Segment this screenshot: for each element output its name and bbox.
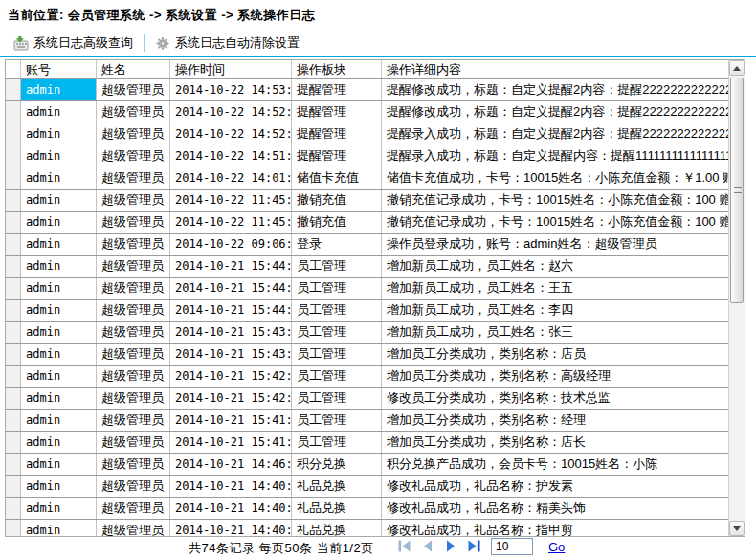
cell-time[interactable]: 2014-10-22 14:52:28 xyxy=(170,123,292,145)
row-selector-cell[interactable] xyxy=(6,212,21,233)
row-selector-cell[interactable] xyxy=(6,476,21,497)
cell-account[interactable]: admin xyxy=(21,366,97,387)
cell-module[interactable]: 员工管理 xyxy=(292,410,382,431)
cell-detail[interactable]: 修改礼品成功，礼品名称：精美头饰 xyxy=(382,498,728,519)
cell-account[interactable]: admin xyxy=(21,256,97,277)
cell-account[interactable]: admin xyxy=(21,278,97,299)
cell-time[interactable]: 2014-10-22 14:53:21 xyxy=(170,79,292,100)
cell-module[interactable]: 员工管理 xyxy=(292,366,382,387)
table-row[interactable]: admin超级管理员2014-10-22 14:52:56提醒管理提醒修改成功，… xyxy=(6,101,728,123)
cell-name[interactable]: 超级管理员 xyxy=(97,101,170,123)
cell-account[interactable]: admin xyxy=(21,476,97,497)
row-selector-cell[interactable] xyxy=(6,432,21,453)
cell-name[interactable]: 超级管理员 xyxy=(97,410,170,431)
cell-detail[interactable]: 修改礼品成功，礼品名称：护发素 xyxy=(382,476,728,497)
cell-module[interactable]: 撤销充值 xyxy=(292,212,382,233)
cell-account[interactable]: admin xyxy=(21,145,97,167)
cell-account[interactable]: admin xyxy=(21,234,97,255)
cell-name[interactable]: 超级管理员 xyxy=(97,344,170,365)
cell-time[interactable]: 2014-10-21 15:42:38 xyxy=(170,388,292,409)
row-selector-cell[interactable] xyxy=(6,278,21,299)
cell-time[interactable]: 2014-10-21 15:42:52 xyxy=(170,366,292,387)
cell-module[interactable]: 提醒管理 xyxy=(292,145,382,167)
cell-detail[interactable]: 提醒修改成功，标题：自定义提醒2内容：提醒2222222222222222... xyxy=(382,101,728,123)
table-row[interactable]: admin超级管理员2014-10-21 15:41:25员工管理增加员工分类成… xyxy=(6,432,728,454)
column-header-account[interactable]: 账号 xyxy=(21,60,97,78)
table-row[interactable]: admin超级管理员2014-10-21 15:43:38员工管理增加新员工成功… xyxy=(6,322,728,344)
cell-name[interactable]: 超级管理员 xyxy=(97,388,170,409)
cell-module[interactable]: 员工管理 xyxy=(292,388,382,409)
cell-time[interactable]: 2014-10-22 11:45:42 xyxy=(170,212,292,233)
cell-name[interactable]: 超级管理员 xyxy=(97,278,170,299)
last-page-button[interactable] xyxy=(467,540,480,552)
table-row[interactable]: admin超级管理员2014-10-21 15:41:49员工管理增加员工分类成… xyxy=(6,410,728,432)
table-row[interactable]: admin超级管理员2014-10-21 15:42:52员工管理增加员工分类成… xyxy=(6,366,728,388)
cell-time[interactable]: 2014-10-21 15:41:25 xyxy=(170,432,292,453)
table-row[interactable]: admin超级管理员2014-10-21 15:43:11员工管理增加员工分类成… xyxy=(6,344,728,366)
cell-module[interactable]: 员工管理 xyxy=(292,322,382,343)
cell-module[interactable]: 礼品兑换 xyxy=(292,520,382,536)
cell-name[interactable]: 超级管理员 xyxy=(97,498,170,519)
cell-time[interactable]: 2014-10-21 14:40:49 xyxy=(170,498,292,519)
row-selector-cell[interactable] xyxy=(6,344,21,365)
table-row[interactable]: admin超级管理员2014-10-21 14:40:54礼品兑换修改礼品成功，… xyxy=(6,476,728,498)
cell-name[interactable]: 超级管理员 xyxy=(97,476,170,497)
cell-time[interactable]: 2014-10-22 14:01:28 xyxy=(170,167,292,189)
cell-account[interactable]: admin xyxy=(21,498,97,519)
page-number-input[interactable] xyxy=(491,538,533,555)
cell-account[interactable]: admin xyxy=(21,520,97,536)
cell-module[interactable]: 撤销充值 xyxy=(292,190,382,211)
cell-account[interactable]: admin xyxy=(21,322,97,343)
cell-account[interactable]: admin xyxy=(21,300,97,321)
cell-name[interactable]: 超级管理员 xyxy=(97,520,170,536)
cell-time[interactable]: 2014-10-22 09:06:53 xyxy=(170,234,292,255)
cell-detail[interactable]: 提醒录入成功，标题：自定义提醒内容：提醒111111111111111111..… xyxy=(382,145,728,167)
row-selector-cell[interactable] xyxy=(6,520,21,536)
cell-time[interactable]: 2014-10-21 15:43:38 xyxy=(170,322,292,343)
cell-account[interactable]: admin xyxy=(21,410,97,431)
table-row[interactable]: admin超级管理员2014-10-21 14:46:39积分兑换积分兑换产品成… xyxy=(6,454,728,476)
cell-module[interactable]: 提醒管理 xyxy=(292,79,382,100)
cell-detail[interactable]: 操作员登录成功，账号：admin姓名：超级管理员 xyxy=(382,234,728,255)
advanced-log-query-button[interactable]: 系统日志高级查询 xyxy=(10,33,137,54)
table-row[interactable]: admin超级管理员2014-10-21 14:40:43礼品兑换修改礼品成功，… xyxy=(6,520,728,536)
table-row[interactable]: admin超级管理员2014-10-22 14:52:28提醒管理提醒录入成功，… xyxy=(6,123,728,145)
table-row[interactable]: admin超级管理员2014-10-21 15:42:38员工管理修改员工分类成… xyxy=(6,388,728,410)
cell-time[interactable]: 2014-10-22 14:52:56 xyxy=(170,101,292,123)
cell-account[interactable]: admin xyxy=(21,190,97,211)
cell-name[interactable]: 超级管理员 xyxy=(97,79,170,100)
cell-name[interactable]: 超级管理员 xyxy=(97,300,170,321)
cell-detail[interactable]: 增加员工分类成功，类别名称：高级经理 xyxy=(382,366,728,387)
cell-module[interactable]: 提醒管理 xyxy=(292,101,382,123)
cell-detail[interactable]: 增加新员工成功，员工姓名：张三 xyxy=(382,322,728,343)
row-selector-cell[interactable] xyxy=(6,234,21,255)
prev-page-button[interactable] xyxy=(421,540,434,552)
cell-time[interactable]: 2014-10-21 15:44:16 xyxy=(170,278,292,299)
cell-name[interactable]: 超级管理员 xyxy=(97,366,170,387)
table-row[interactable]: admin超级管理员2014-10-22 14:53:21提醒管理提醒修改成功，… xyxy=(6,79,728,101)
table-row[interactable]: admin超级管理员2014-10-21 15:44:00员工管理增加新员工成功… xyxy=(6,300,728,322)
table-row[interactable]: admin超级管理员2014-10-21 14:40:49礼品兑换修改礼品成功，… xyxy=(6,498,728,520)
column-header-name[interactable]: 姓名 xyxy=(97,60,170,78)
row-selector-cell[interactable] xyxy=(6,167,21,189)
column-header-detail[interactable]: 操作详细内容 xyxy=(382,60,728,78)
cell-account[interactable]: admin xyxy=(21,79,97,100)
row-selector-cell[interactable] xyxy=(6,256,21,277)
cell-module[interactable]: 员工管理 xyxy=(292,344,382,365)
cell-detail[interactable]: 增加员工分类成功，类别名称：店员 xyxy=(382,344,728,365)
row-selector-cell[interactable] xyxy=(6,388,21,409)
column-header-time[interactable]: 操作时间 xyxy=(170,60,292,78)
cell-detail[interactable]: 积分兑换产品成功，会员卡号：10015姓名：小陈 xyxy=(382,454,728,475)
scrollbar-thumb[interactable] xyxy=(730,78,744,303)
row-selector-cell[interactable] xyxy=(6,322,21,343)
cell-name[interactable]: 超级管理员 xyxy=(97,454,170,475)
scroll-up-button[interactable] xyxy=(729,60,745,76)
row-selector-cell[interactable] xyxy=(6,145,21,167)
auto-clear-settings-button[interactable]: 系统日志自动清除设置 xyxy=(151,33,303,54)
table-row[interactable]: admin超级管理员2014-10-21 15:44:32员工管理增加新员工成功… xyxy=(6,256,728,278)
cell-name[interactable]: 超级管理员 xyxy=(97,190,170,211)
cell-module[interactable]: 积分兑换 xyxy=(292,454,382,475)
row-selector-cell[interactable] xyxy=(6,454,21,475)
cell-name[interactable]: 超级管理员 xyxy=(97,212,170,233)
cell-time[interactable]: 2014-10-21 15:44:32 xyxy=(170,256,292,277)
